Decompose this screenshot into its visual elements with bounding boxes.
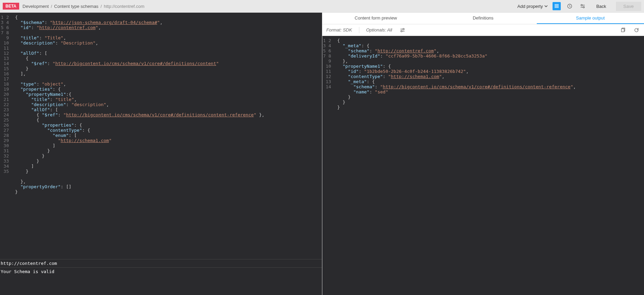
header-bar: BETA Development / Content type schemas … bbox=[0, 0, 644, 13]
svg-point-2 bbox=[583, 7, 584, 8]
output-options-bar: Format: SDK Optionals: All bbox=[322, 24, 644, 36]
save-button[interactable]: Save bbox=[616, 2, 641, 11]
svg-point-4 bbox=[401, 30, 402, 32]
tab-definitions[interactable]: Definitions bbox=[430, 13, 537, 24]
status-message: Your Schema is valid bbox=[0, 268, 322, 295]
output-code[interactable]: { "_meta": { "schema": "http://contentre… bbox=[334, 36, 644, 295]
breadcrumb: Development / Content type schemas / htt… bbox=[23, 4, 145, 9]
breadcrumb-schemas[interactable]: Content type schemas bbox=[54, 4, 98, 9]
tab-sample-output[interactable]: Sample output bbox=[537, 13, 644, 24]
refresh-icon[interactable] bbox=[633, 27, 640, 34]
status-url: http://contentref.com bbox=[0, 259, 322, 268]
sample-output-editor[interactable]: 1 2 3 4 5 6 7 8 9 10 11 12 13 14 { "_met… bbox=[322, 36, 644, 295]
output-gutter: 1 2 3 4 5 6 7 8 9 10 11 12 13 14 bbox=[322, 36, 334, 295]
preview-pane: Content form preview Definitions Sample … bbox=[322, 13, 644, 295]
editor-code[interactable]: { "$schema": "http://json-schema.org/dra… bbox=[12, 13, 322, 259]
align-format-icon[interactable] bbox=[553, 2, 561, 10]
editor-gutter: 1 2 3 4 5 6 7 8 9 10 11 12 13 14 15 16 1… bbox=[0, 13, 12, 259]
breadcrumb-sep: / bbox=[51, 4, 52, 9]
schema-editor[interactable]: 1 2 3 4 5 6 7 8 9 10 11 12 13 14 15 16 1… bbox=[0, 13, 322, 259]
format-label[interactable]: Format: SDK bbox=[326, 27, 352, 33]
add-property-dropdown[interactable]: Add property bbox=[517, 4, 547, 9]
svg-point-3 bbox=[403, 28, 404, 30]
options-sliders-icon[interactable] bbox=[399, 27, 406, 34]
svg-point-1 bbox=[581, 4, 582, 6]
breadcrumb-development[interactable]: Development bbox=[23, 4, 49, 9]
svg-rect-5 bbox=[621, 29, 624, 32]
copy-icon[interactable] bbox=[619, 27, 626, 34]
settings-sliders-icon[interactable] bbox=[579, 2, 587, 10]
beta-badge: BETA bbox=[3, 3, 19, 10]
preview-tabs: Content form preview Definitions Sample … bbox=[322, 13, 644, 24]
breadcrumb-current: http://contentref.com bbox=[104, 4, 145, 9]
editor-status-bar: http://contentref.com Your Schema is val… bbox=[0, 259, 322, 295]
optionals-label[interactable]: Optionals: All bbox=[366, 27, 392, 33]
schema-editor-pane: 1 2 3 4 5 6 7 8 9 10 11 12 13 14 15 16 1… bbox=[0, 13, 322, 295]
subbar-divider bbox=[359, 27, 359, 33]
chevron-down-icon bbox=[544, 4, 548, 8]
breadcrumb-sep: / bbox=[100, 4, 102, 9]
history-icon[interactable] bbox=[566, 2, 574, 10]
add-property-label: Add property bbox=[517, 4, 543, 9]
back-button[interactable]: Back bbox=[592, 2, 611, 11]
tab-content-form-preview[interactable]: Content form preview bbox=[322, 13, 430, 24]
